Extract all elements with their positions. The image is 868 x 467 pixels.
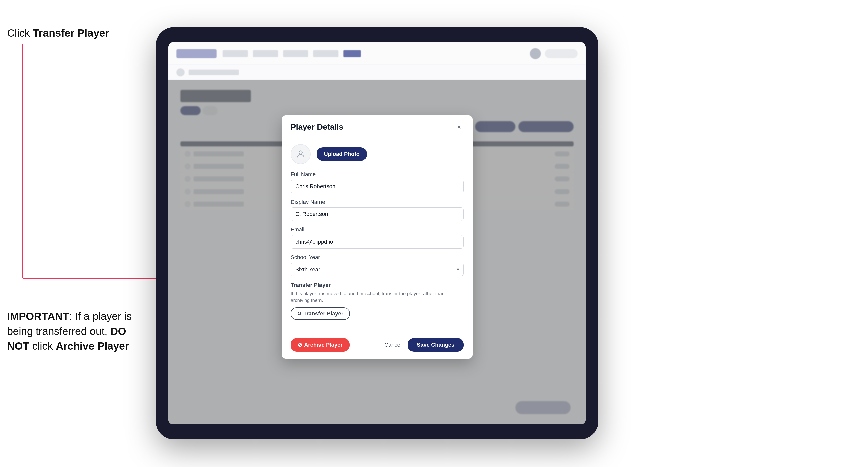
full-name-input[interactable] <box>290 180 464 193</box>
school-year-label: School Year <box>290 254 464 261</box>
transfer-icon: ↻ <box>297 311 301 317</box>
avatar-section: Upload Photo <box>290 144 464 164</box>
tablet-device: Player Details × <box>156 27 598 439</box>
school-year-select[interactable]: First Year Second Year Third Year Fourth… <box>290 263 464 276</box>
breadcrumb <box>189 70 239 75</box>
modal-body: Upload Photo Full Name Display Name <box>282 137 473 333</box>
save-changes-button[interactable]: Save Changes <box>408 338 464 352</box>
upload-photo-button[interactable]: Upload Photo <box>317 147 367 161</box>
sub-nav-icon <box>177 68 185 76</box>
transfer-btn-label: Transfer Player <box>303 310 343 317</box>
modal-header: Player Details × <box>282 115 473 137</box>
nav-items <box>223 50 524 57</box>
transfer-section-description: If this player has moved to another scho… <box>290 290 464 304</box>
avatar-circle <box>290 144 311 164</box>
nav-add-btn <box>545 49 578 58</box>
modal-overlay: Player Details × <box>168 80 586 424</box>
important-label: IMPORTANT: If a player is being transfer… <box>7 310 132 352</box>
modal-close-button[interactable]: × <box>455 123 464 132</box>
footer-right: Cancel Save Changes <box>384 338 464 352</box>
svg-point-3 <box>299 151 302 154</box>
instruction-top: Click Transfer Player <box>7 27 109 39</box>
nav-item-players <box>253 50 278 57</box>
instruction-highlight: Transfer Player <box>33 27 110 39</box>
modal-title: Player Details <box>290 122 343 132</box>
email-input[interactable] <box>290 235 464 249</box>
player-details-modal: Player Details × <box>282 115 473 359</box>
display-name-input[interactable] <box>290 207 464 221</box>
display-name-group: Display Name <box>290 199 464 221</box>
school-year-select-wrapper: First Year Second Year Third Year Fourth… <box>290 263 464 276</box>
email-label: Email <box>290 226 464 233</box>
instruction-bottom: IMPORTANT: If a player is being transfer… <box>7 309 140 353</box>
nav-item-dashboard <box>223 50 248 57</box>
nav-item-addplayer <box>313 50 338 57</box>
nav-item-roster <box>283 50 308 57</box>
email-group: Email <box>290 226 464 249</box>
tablet-screen: Player Details × <box>168 42 586 424</box>
nav-item-team <box>343 50 361 57</box>
archive-player-button[interactable]: ⊘ Archive Player <box>290 338 350 352</box>
archive-btn-label: Archive Player <box>304 342 343 348</box>
nav-right <box>530 48 578 59</box>
full-name-group: Full Name <box>290 171 464 193</box>
cancel-button[interactable]: Cancel <box>384 342 401 348</box>
school-year-group: School Year First Year Second Year Third… <box>290 254 464 276</box>
modal-footer: ⊘ Archive Player Cancel Save Changes <box>282 333 473 359</box>
transfer-section: Transfer Player If this player has moved… <box>290 282 464 320</box>
content-area: Player Details × <box>168 80 586 424</box>
instruction-prefix: Click <box>7 27 33 39</box>
nav-logo <box>177 49 217 58</box>
app-nav <box>168 42 586 65</box>
sub-nav <box>168 65 586 80</box>
display-name-label: Display Name <box>290 199 464 205</box>
transfer-section-label: Transfer Player <box>290 282 464 288</box>
archive-icon: ⊘ <box>298 342 302 348</box>
full-name-label: Full Name <box>290 171 464 178</box>
transfer-player-button[interactable]: ↻ Transfer Player <box>290 307 350 320</box>
nav-avatar <box>530 48 541 59</box>
